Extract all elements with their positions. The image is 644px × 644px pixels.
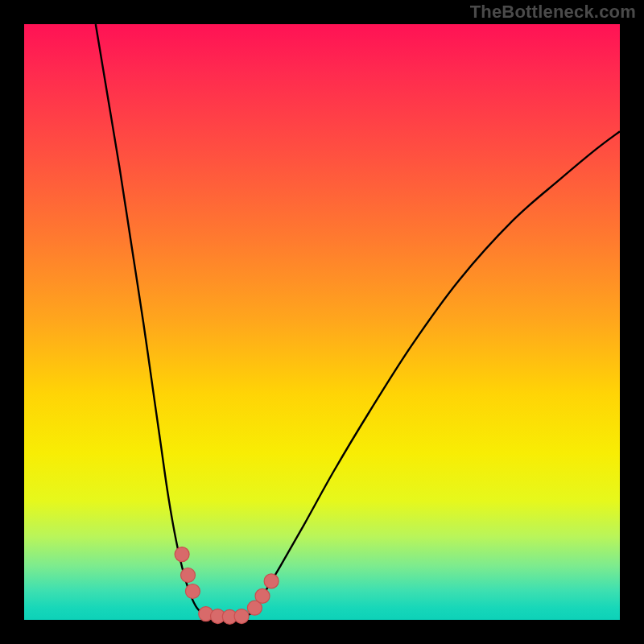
chart-marker xyxy=(185,584,200,598)
chart-marker xyxy=(264,574,279,588)
chart-plot-area xyxy=(24,24,620,620)
watermark-text: TheBottleneck.com xyxy=(470,2,636,23)
chart-marker xyxy=(175,547,189,562)
chart-markers xyxy=(175,547,279,625)
chart-svg xyxy=(24,24,620,620)
chart-curve-right xyxy=(250,131,620,613)
chart-marker xyxy=(234,609,249,624)
chart-curve-left xyxy=(96,24,203,614)
chart-marker xyxy=(255,588,270,603)
chart-marker xyxy=(181,568,196,583)
